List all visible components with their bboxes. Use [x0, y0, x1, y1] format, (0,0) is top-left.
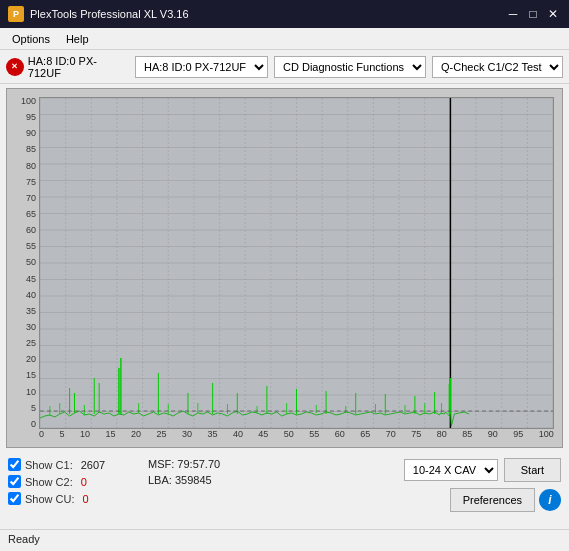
x-label-20: 20	[131, 429, 141, 439]
x-label-40: 40	[233, 429, 243, 439]
x-label-35: 35	[207, 429, 217, 439]
y-label-50: 50	[7, 258, 39, 267]
x-label-90: 90	[488, 429, 498, 439]
x-label-60: 60	[335, 429, 345, 439]
speed-select[interactable]: 10-24 X CAV	[404, 459, 498, 481]
msf-info-panel: MSF: 79:57.70 LBA: 359845	[148, 458, 220, 486]
preferences-button[interactable]: Preferences	[450, 488, 535, 512]
y-label-40: 40	[7, 291, 39, 300]
y-label-65: 65	[7, 210, 39, 219]
show-cu-checkbox[interactable]	[8, 492, 21, 505]
drive-icon: ✕	[6, 58, 24, 76]
y-label-90: 90	[7, 129, 39, 138]
msf-label: MSF:	[148, 458, 174, 470]
drive-select[interactable]: HA:8 ID:0 PX-712UF	[135, 56, 268, 78]
title-bar: P PlexTools Professional XL V3.16 ─ □ ✕	[0, 0, 569, 28]
status-bar: Ready	[0, 529, 569, 551]
x-label-30: 30	[182, 429, 192, 439]
c2-row: Show C2: 0	[8, 475, 128, 488]
y-label-60: 60	[7, 226, 39, 235]
cu-label: Show CU:	[25, 493, 75, 505]
y-label-20: 20	[7, 355, 39, 364]
cu-value: 0	[83, 493, 89, 505]
title-bar-left: P PlexTools Professional XL V3.16	[8, 6, 189, 22]
msf-value: 79:57.70	[177, 458, 220, 470]
close-button[interactable]: ✕	[545, 6, 561, 22]
y-label-70: 70	[7, 194, 39, 203]
c2-label: Show C2:	[25, 476, 73, 488]
bottom-controls: Show C1: 2607 Show C2: 0 Show CU: 0 MSF:…	[0, 452, 569, 518]
start-button[interactable]: Start	[504, 458, 561, 482]
right-controls-panel: 10-24 X CAV Start Preferences i	[404, 458, 561, 512]
x-label-45: 45	[258, 429, 268, 439]
c1-label: Show C1:	[25, 459, 73, 471]
toolbar: ✕ HA:8 ID:0 PX-712UF HA:8 ID:0 PX-712UF …	[0, 50, 569, 84]
menu-bar: Options Help	[0, 28, 569, 50]
y-label-25: 25	[7, 339, 39, 348]
y-label-100: 100	[7, 97, 39, 106]
test-select[interactable]: Q-Check C1/C2 Test	[432, 56, 563, 78]
x-label-15: 15	[105, 429, 115, 439]
restore-button[interactable]: □	[525, 6, 541, 22]
x-label-50: 50	[284, 429, 294, 439]
msf-row: MSF: 79:57.70	[148, 458, 220, 470]
y-label-95: 95	[7, 113, 39, 122]
prefs-row: Preferences i	[450, 488, 561, 512]
x-label-75: 75	[411, 429, 421, 439]
x-label-5: 5	[59, 429, 64, 439]
x-label-10: 10	[80, 429, 90, 439]
x-axis-labels: 0 5 10 15 20 25 30 35 40 45 50 55 60 65 …	[39, 429, 554, 447]
cu-row: Show CU: 0	[8, 492, 128, 505]
x-label-55: 55	[309, 429, 319, 439]
y-label-45: 45	[7, 275, 39, 284]
y-label-35: 35	[7, 307, 39, 316]
y-label-15: 15	[7, 371, 39, 380]
lba-row: LBA: 359845	[148, 474, 220, 486]
show-c2-checkbox[interactable]	[8, 475, 21, 488]
y-label-75: 75	[7, 178, 39, 187]
checkboxes-panel: Show C1: 2607 Show C2: 0 Show CU: 0	[8, 458, 128, 505]
c2-value: 0	[81, 476, 87, 488]
c1-value: 2607	[81, 459, 105, 471]
y-label-55: 55	[7, 242, 39, 251]
x-label-25: 25	[156, 429, 166, 439]
y-label-0: 0	[7, 420, 39, 429]
menu-help[interactable]: Help	[58, 31, 97, 47]
status-text: Ready	[8, 533, 40, 545]
show-c1-checkbox[interactable]	[8, 458, 21, 471]
y-label-30: 30	[7, 323, 39, 332]
chart-container: 100 95 90 85 80 75 70 65 60 55 50 45 40 …	[6, 88, 563, 448]
chart-svg	[40, 98, 553, 428]
app-icon: P	[8, 6, 24, 22]
menu-options[interactable]: Options	[4, 31, 58, 47]
y-label-85: 85	[7, 145, 39, 154]
title-bar-controls: ─ □ ✕	[505, 6, 561, 22]
x-label-0: 0	[39, 429, 44, 439]
window-title: PlexTools Professional XL V3.16	[30, 8, 189, 20]
lba-label: LBA:	[148, 474, 172, 486]
y-label-10: 10	[7, 388, 39, 397]
x-label-80: 80	[437, 429, 447, 439]
chart-plot-area	[39, 97, 554, 429]
drive-label: HA:8 ID:0 PX-712UF	[28, 55, 129, 79]
function-select[interactable]: CD Diagnostic Functions	[274, 56, 426, 78]
c1-row: Show C1: 2607	[8, 458, 128, 471]
y-axis-labels: 100 95 90 85 80 75 70 65 60 55 50 45 40 …	[7, 97, 39, 429]
x-label-70: 70	[386, 429, 396, 439]
drive-indicator: ✕ HA:8 ID:0 PX-712UF	[6, 55, 129, 79]
x-label-85: 85	[462, 429, 472, 439]
x-label-95: 95	[513, 429, 523, 439]
y-label-80: 80	[7, 162, 39, 171]
y-label-5: 5	[7, 404, 39, 413]
x-label-100: 100	[539, 429, 554, 439]
minimize-button[interactable]: ─	[505, 6, 521, 22]
info-button[interactable]: i	[539, 489, 561, 511]
speed-start-row: 10-24 X CAV Start	[404, 458, 561, 482]
lba-value: 359845	[175, 474, 212, 486]
x-label-65: 65	[360, 429, 370, 439]
